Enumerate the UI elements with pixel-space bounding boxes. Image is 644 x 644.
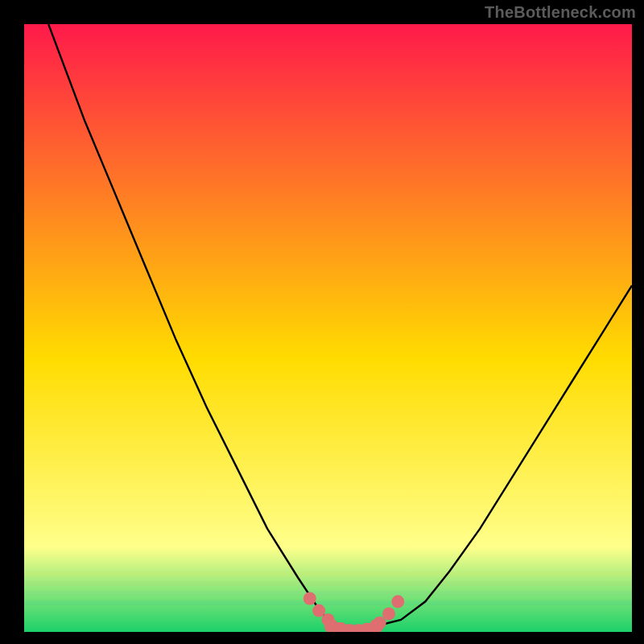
plot-area <box>24 24 632 632</box>
marker-dot <box>382 607 395 620</box>
chart-svg <box>24 24 632 632</box>
marker-dot <box>391 595 404 608</box>
chart-frame: TheBottleneck.com <box>0 0 644 644</box>
marker-dot <box>370 619 384 632</box>
marker-dot <box>312 605 325 617</box>
band-line <box>24 572 632 576</box>
gradient-background <box>24 24 632 632</box>
band-line <box>24 591 632 596</box>
attribution-label: TheBottleneck.com <box>485 3 636 22</box>
band-line <box>24 581 632 586</box>
marker-dot <box>303 592 316 605</box>
band-line <box>24 601 632 605</box>
